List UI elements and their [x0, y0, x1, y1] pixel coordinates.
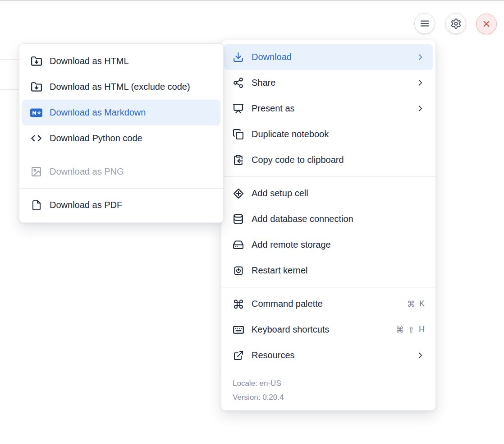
presentation-icon [232, 102, 244, 115]
menu-item-label: Add database connection [252, 214, 425, 224]
menu-item-label: Download [252, 52, 409, 62]
close-button[interactable] [476, 14, 497, 34]
menu-separator [221, 176, 435, 177]
submenu-item-download-as-html[interactable]: Download as HTML [22, 48, 220, 74]
shortcut-key: ⇧ [408, 325, 415, 335]
menu-item-label: Present as [252, 103, 409, 114]
external-link-icon [232, 349, 244, 361]
menu-item-restart-kernel[interactable]: Restart kernel [224, 258, 433, 283]
download-icon [232, 51, 244, 63]
menu-item-label: Command palette [252, 299, 400, 309]
image-icon [30, 166, 42, 178]
menu-separator [19, 155, 223, 155]
menu-item-resources[interactable]: Resources [224, 342, 433, 368]
keyboard-icon [232, 324, 244, 336]
menu-separator [221, 287, 435, 287]
menu-item-label: Add setup cell [252, 188, 425, 199]
menu-item-label: Share [252, 78, 409, 88]
duplicate-icon [232, 128, 244, 140]
file-icon [30, 199, 42, 211]
menu-item-label: Download as HTML (exclude code) [50, 82, 212, 92]
menu-item-label: Restart kernel [252, 265, 425, 276]
menu-item-label: Download as HTML [50, 56, 212, 66]
clipboard-copy-icon [232, 154, 244, 166]
download-submenu: Download as HTMLDownload as HTML (exclud… [19, 43, 224, 223]
chevron-right-icon [416, 53, 425, 61]
menu-item-label: Copy code to clipboard [252, 155, 425, 165]
settings-button[interactable] [445, 13, 466, 34]
page-top-border [0, 0, 504, 1]
chevron-right-icon [416, 104, 425, 113]
folder-down-icon [30, 55, 42, 67]
menu-item-command-palette[interactable]: Command palette⌘K [224, 291, 433, 317]
locale-text: Locale: en-US [233, 376, 424, 390]
menu-item-copy-code-to-clipboard[interactable]: Copy code to clipboard [224, 147, 433, 173]
menu-item-present-as[interactable]: Present as [224, 96, 433, 121]
notebook-menu: DownloadSharePresent asDuplicate noteboo… [221, 40, 436, 411]
database-icon [232, 213, 244, 225]
chevron-right-icon [416, 79, 425, 87]
menu-footer: Locale: en-US Version: 0.20.4 [221, 372, 435, 410]
menu-item-label: Keyboard shortcuts [252, 324, 389, 335]
share-icon [232, 77, 244, 89]
version-text: Version: 0.20.4 [233, 390, 424, 404]
menu-item-label: Resources [252, 350, 409, 361]
shortcut-key: ⌘ [407, 299, 415, 309]
shortcut-hint: ⌘⇧H [396, 325, 425, 335]
menu-item-share[interactable]: Share [224, 70, 433, 96]
page-rule [0, 59, 21, 60]
chevron-right-icon [416, 351, 425, 360]
menu-item-label: Download Python code [50, 133, 212, 143]
hamburger-icon [419, 18, 431, 30]
menu-item-keyboard-shortcuts[interactable]: Keyboard shortcuts⌘⇧H [224, 317, 433, 342]
code-icon [30, 132, 42, 144]
menu-item-label: Add remote storage [252, 240, 425, 250]
command-icon [232, 298, 244, 310]
menu-item-label: Duplicate notebook [252, 129, 425, 139]
menu-button[interactable] [414, 13, 435, 34]
folder-down-icon [30, 81, 42, 93]
page-rule [0, 89, 21, 90]
menu-item-duplicate-notebook[interactable]: Duplicate notebook [224, 121, 433, 147]
menu-item-download[interactable]: Download [224, 44, 433, 70]
menu-item-label: Download as Markdown [50, 107, 212, 118]
shortcut-hint: ⌘K [407, 299, 425, 309]
shortcut-key: H [419, 325, 425, 334]
shortcut-key: ⌘ [396, 325, 404, 335]
menu-item-add-setup-cell[interactable]: Add setup cell [224, 180, 433, 206]
gear-icon [450, 18, 462, 30]
close-icon [481, 18, 493, 30]
submenu-item-download-as-png[interactable]: Download as PNG [22, 159, 220, 185]
menu-separator [19, 188, 223, 189]
menu-item-label: Download as PNG [50, 166, 212, 177]
menu-item-add-database-connection[interactable]: Add database connection [224, 206, 433, 232]
diamond-plus-icon [232, 187, 244, 199]
power-icon [232, 264, 244, 277]
submenu-item-download-as-pdf[interactable]: Download as PDF [22, 192, 220, 218]
hard-drive-icon [232, 239, 244, 251]
submenu-item-download-as-html-exclude-code[interactable]: Download as HTML (exclude code) [22, 74, 220, 100]
markdown-icon [30, 106, 42, 119]
menu-item-label: Download as PDF [50, 200, 212, 210]
submenu-item-download-as-markdown[interactable]: Download as Markdown [22, 100, 220, 125]
shortcut-key: K [419, 299, 425, 309]
submenu-item-download-python-code[interactable]: Download Python code [22, 125, 220, 151]
menu-item-add-remote-storage[interactable]: Add remote storage [224, 232, 433, 258]
